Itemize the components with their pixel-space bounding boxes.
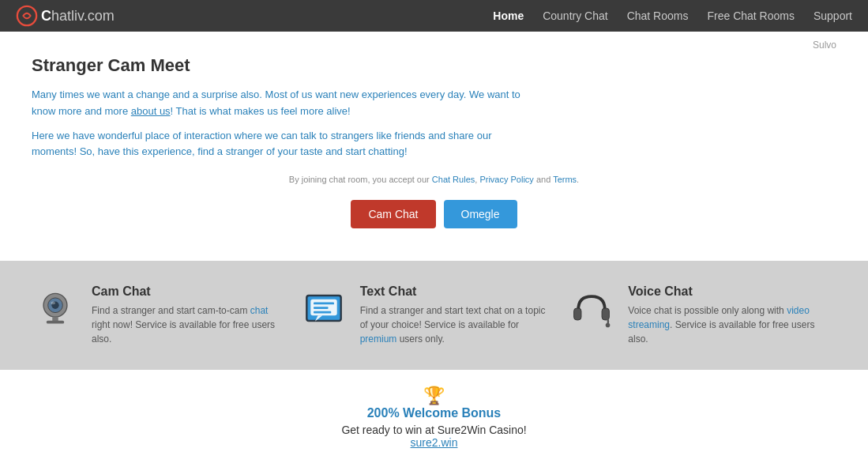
text-chat-feature-text: Text Chat Find a stranger and start text… [360,284,553,346]
svg-rect-12 [314,307,329,309]
bonus-image: 🏆 [16,386,852,406]
bonus-title: 200% Welcome Bonus [16,406,852,420]
hero-desc-1: Many times we want a change and a surpri… [32,87,521,120]
bonus-section: 🏆 200% Welcome Bonus Get ready to win at… [0,370,868,452]
voice-chat-icon [568,284,615,332]
feature-text-chat: Text Chat Find a stranger and start text… [300,284,569,346]
svg-point-0 [17,6,36,25]
brand-logo[interactable]: Chatliv.com [16,5,115,27]
page-title: Stranger Cam Meet [32,55,836,76]
terms-link[interactable]: Terms [553,175,577,184]
svg-point-6 [51,302,55,305]
cam-chat-feature-text: Cam Chat Find a stranger and start cam-t… [92,284,284,346]
text-chat-premium-link[interactable]: premium [360,333,397,345]
logo-icon [16,5,38,27]
svg-rect-5 [47,321,64,324]
nav-free-chat-rooms[interactable]: Free Chat Rooms [707,9,794,22]
cam-chat-feature-title: Cam Chat [92,284,284,299]
cam-chat-icon [32,284,79,332]
cta-buttons: Cam Chat Omegle [32,200,836,228]
omegle-button[interactable]: Omegle [444,200,517,228]
text-chat-icon [300,284,348,332]
bonus-subtitle: Get ready to win at Sure2Win Casino! [16,424,852,436]
brand-name: Chatliv.com [41,8,115,24]
terms-text: By joining chat room, you accept our Cha… [32,175,836,184]
sulvo-label: Sulvo [813,40,836,51]
text-chat-feature-desc: Find a stranger and start text chat on a… [360,303,553,346]
nav-home[interactable]: Home [493,9,524,22]
feature-voice-chat: Voice Chat Voice chat is possible only a… [568,284,836,346]
nav-links: Home Country Chat Chat Rooms Free Chat R… [493,9,852,22]
svg-rect-11 [314,303,334,305]
voice-chat-feature-desc: Voice chat is possible only along with v… [628,303,821,346]
cam-chat-feature-desc: Find a stranger and start cam-to-cam cha… [92,303,284,346]
voice-chat-feature-text: Voice Chat Voice chat is possible only a… [628,284,821,346]
nav-country-chat[interactable]: Country Chat [543,9,607,22]
cam-chat-feature-link[interactable]: chat [250,305,269,316]
nav-chat-rooms[interactable]: Chat Rooms [627,9,689,22]
hero-section: Sulvo Stranger Cam Meet Many times we wa… [0,32,868,261]
svg-point-16 [606,323,611,328]
cam-chat-button[interactable]: Cam Chat [351,200,435,228]
video-streaming-link[interactable]: video streaming [628,305,809,330]
svg-rect-14 [574,308,581,320]
features-section: Cam Chat Find a stranger and start cam-t… [0,261,868,370]
feature-cam-chat: Cam Chat Find a stranger and start cam-t… [32,284,300,346]
nav-support[interactable]: Support [814,9,852,22]
chat-rules-link[interactable]: Chat Rules [432,175,475,184]
navbar: Chatliv.com Home Country Chat Chat Rooms… [0,0,868,32]
voice-chat-feature-title: Voice Chat [628,284,821,299]
hero-desc-2: Here we have wonderful place of interact… [32,128,521,161]
text-chat-feature-title: Text Chat [360,284,553,299]
privacy-policy-link[interactable]: Privacy Policy [479,175,533,184]
svg-rect-13 [314,311,331,314]
bonus-link[interactable]: sure2.win [411,436,458,449]
